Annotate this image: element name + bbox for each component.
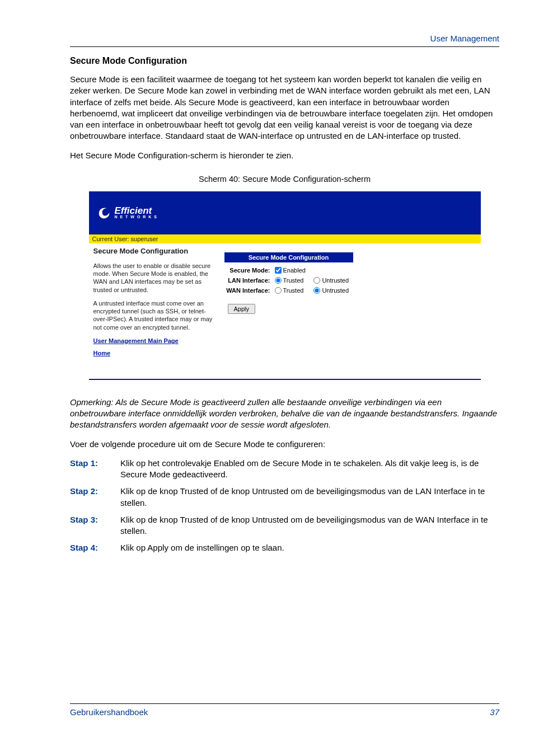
header-rule <box>70 46 499 47</box>
footer-left: Gebruikershandboek <box>70 707 148 717</box>
form-caption: Secure Mode Configuration <box>224 252 353 262</box>
sidebar-desc-1: Allows the user to enable or disable sec… <box>93 262 214 294</box>
secure-mode-label: Secure Mode: <box>224 267 275 274</box>
step-4: Stap 4: Klik op Apply om de instellingen… <box>70 542 499 553</box>
lan-untrusted-radio[interactable] <box>313 277 320 284</box>
wan-interface-row: WAN Interface: Trusted Untrusted <box>224 287 475 294</box>
step-2: Stap 2: Klik op de knop Trusted of de kn… <box>70 486 499 509</box>
step-1: Stap 1: Klik op het controlevakje Enable… <box>70 458 499 481</box>
footer-rule <box>70 703 499 704</box>
enabled-checkbox[interactable] <box>275 267 282 274</box>
wan-untrusted-radio[interactable] <box>313 287 320 294</box>
step-4-label: Stap 4: <box>70 542 120 553</box>
step-2-text: Klik op de knop Trusted of de knop Untru… <box>120 486 499 509</box>
sidebar-desc-2: A untrusted interface must come over an … <box>93 299 214 331</box>
step-3-label: Stap 3: <box>70 514 120 537</box>
page-number: 37 <box>490 707 499 717</box>
lan-label: LAN Interface: <box>224 277 275 284</box>
current-user-bar: Current User: superuser <box>89 234 481 243</box>
apply-button[interactable]: Apply <box>228 304 256 314</box>
wan-trusted-radio[interactable] <box>275 287 282 294</box>
logo-swirl-icon <box>97 206 113 219</box>
lan-untrusted-label: Untrusted <box>322 277 349 284</box>
procedure-intro: Voer de volgende procedure uit om de Sec… <box>70 439 499 450</box>
wan-untrusted-label: Untrusted <box>322 287 349 294</box>
enabled-label: Enabled <box>283 267 306 274</box>
step-3-text: Klik op de knop Trusted of de knop Untru… <box>120 514 499 537</box>
sidebar-title: Secure Mode Configuration <box>93 247 214 256</box>
logo-main-text: Efficient <box>115 206 158 215</box>
step-2-label: Stap 2: <box>70 486 120 509</box>
page-footer: Gebruikershandboek 37 <box>70 703 499 717</box>
figure-caption: Scherm 40: Secure Mode Configuration-sch… <box>70 175 499 184</box>
header-breadcrumb: User Management <box>70 34 499 43</box>
page-title: Secure Mode Configuration <box>70 56 499 66</box>
screenshot-header: Efficient N E T W O R K S <box>89 191 481 234</box>
wan-trusted-label: Trusted <box>283 287 304 294</box>
user-management-link[interactable]: User Management Main Page <box>93 337 214 345</box>
lan-interface-row: LAN Interface: Trusted Untrusted <box>224 277 475 284</box>
note-paragraph: Opmerking: Als de Secure Mode is geactiv… <box>70 397 499 431</box>
step-3: Stap 3: Klik op de knop Trusted of de kn… <box>70 514 499 537</box>
logo-sub-text: N E T W O R K S <box>115 215 158 219</box>
step-4-text: Klik op Apply om de instellingen op te s… <box>120 542 499 553</box>
step-1-label: Stap 1: <box>70 458 120 481</box>
step-1-text: Klik op het controlevakje Enabled om de … <box>120 458 499 481</box>
lan-trusted-radio[interactable] <box>275 277 282 284</box>
intro-paragraph-1: Secure Mode is een faciliteit waarmee de… <box>70 74 499 142</box>
lan-trusted-label: Trusted <box>283 277 304 284</box>
intro-paragraph-2: Het Secure Mode Configuration-scherm is … <box>70 150 499 161</box>
secure-mode-row: Secure Mode: Enabled <box>224 267 475 274</box>
steps-list: Stap 1: Klik op het controlevakje Enable… <box>70 458 499 554</box>
home-link[interactable]: Home <box>93 349 214 357</box>
screenshot-sidebar: Secure Mode Configuration Allows the use… <box>89 243 219 379</box>
wan-label: WAN Interface: <box>224 287 275 294</box>
brand-logo: Efficient N E T W O R K S <box>97 206 158 219</box>
embedded-screenshot: Efficient N E T W O R K S Current User: … <box>89 191 481 380</box>
screenshot-form-panel: Secure Mode Configuration Secure Mode: E… <box>219 243 481 379</box>
